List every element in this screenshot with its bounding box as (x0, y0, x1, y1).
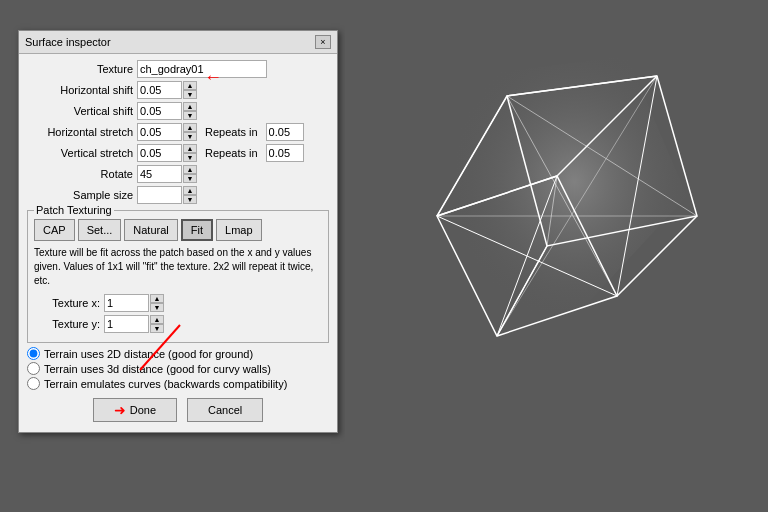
texture-x-down[interactable]: ▼ (150, 303, 164, 312)
h-shift-spinbtns: ▲ ▼ (183, 81, 197, 99)
v-shift-input[interactable] (137, 102, 182, 120)
texture-x-spin: ▲ ▼ (104, 294, 164, 312)
h-stretch-up[interactable]: ▲ (183, 123, 197, 132)
v-shift-spinbtns: ▲ ▼ (183, 102, 197, 120)
fit-button[interactable]: Fit (181, 219, 213, 241)
texture-y-spinbtns: ▲ ▼ (150, 315, 164, 333)
h-shift-label: Horizontal shift (27, 84, 137, 96)
group-legend: Patch Texturing (34, 204, 114, 216)
v-stretch-down[interactable]: ▼ (183, 153, 197, 162)
h-stretch-down[interactable]: ▼ (183, 132, 197, 141)
sample-label: Sample size (27, 189, 137, 201)
cap-button[interactable]: CAP (34, 219, 75, 241)
rotate-row: Rotate ▲ ▼ (27, 165, 329, 183)
dialog-body: Texture Horizontal shift ▲ ▼ Vertical sh… (19, 54, 337, 432)
sample-down[interactable]: ▼ (183, 195, 197, 204)
h-shift-row: Horizontal shift ▲ ▼ (27, 81, 329, 99)
viewport (345, 0, 768, 512)
rotate-spin: ▲ ▼ (137, 165, 197, 183)
done-button[interactable]: ➜ Done (93, 398, 177, 422)
h-stretch-input[interactable] (137, 123, 182, 141)
v-shift-up[interactable]: ▲ (183, 102, 197, 111)
texture-x-row: Texture x: ▲ ▼ (34, 294, 322, 312)
set-button[interactable]: Set... (78, 219, 122, 241)
v-stretch-up[interactable]: ▲ (183, 144, 197, 153)
v-stretch-row: Vertical stretch ▲ ▼ Repeats in (27, 144, 329, 162)
radio2-label: Terrain uses 3d distance (good for curvy… (44, 363, 271, 375)
sample-row: Sample size ▲ ▼ (27, 186, 329, 204)
rotate-input[interactable] (137, 165, 182, 183)
texture-y-input[interactable] (104, 315, 149, 333)
radio1-label: Terrain uses 2D distance (good for groun… (44, 348, 253, 360)
radio1-row: Terrain uses 2D distance (good for groun… (27, 347, 329, 360)
hint-text: Texture will be fit across the patch bas… (34, 246, 322, 288)
v-shift-row: Vertical shift ▲ ▼ (27, 102, 329, 120)
radio1-input[interactable] (27, 347, 40, 360)
rotate-spinbtns: ▲ ▼ (183, 165, 197, 183)
done-label: Done (130, 404, 156, 416)
h-stretch-spin: ▲ ▼ (137, 123, 197, 141)
texture-x-up[interactable]: ▲ (150, 294, 164, 303)
texture-y-label: Texture y: (34, 318, 104, 330)
texture-x-input[interactable] (104, 294, 149, 312)
h-stretch-row: Horizontal stretch ▲ ▼ Repeats in (27, 123, 329, 141)
done-arrow-icon: ➜ (114, 402, 126, 418)
texture-input[interactable] (137, 60, 267, 78)
repeats-v-label: Repeats in (205, 147, 262, 159)
repeats-h-label: Repeats in (205, 126, 262, 138)
radio3-row: Terrain emulates curves (backwards compa… (27, 377, 329, 390)
texture-x-label: Texture x: (34, 297, 104, 309)
texture-label: Texture (27, 63, 137, 75)
v-shift-down[interactable]: ▼ (183, 111, 197, 120)
radio3-input[interactable] (27, 377, 40, 390)
sample-input[interactable] (137, 186, 182, 204)
h-stretch-spinbtns: ▲ ▼ (183, 123, 197, 141)
cancel-button[interactable]: Cancel (187, 398, 263, 422)
texture-y-up[interactable]: ▲ (150, 315, 164, 324)
repeats-h-input[interactable] (266, 123, 304, 141)
h-stretch-label: Horizontal stretch (27, 126, 137, 138)
natural-button[interactable]: Natural (124, 219, 177, 241)
lmap-button[interactable]: Lmap (216, 219, 262, 241)
v-stretch-spinbtns: ▲ ▼ (183, 144, 197, 162)
patch-texturing-group: Patch Texturing CAP Set... Natural Fit L… (27, 210, 329, 343)
dialog-titlebar: Surface inspector × (19, 31, 337, 54)
v-stretch-spin: ▲ ▼ (137, 144, 197, 162)
texture-row: Texture (27, 60, 329, 78)
texture-y-spin: ▲ ▼ (104, 315, 164, 333)
h-shift-up[interactable]: ▲ (183, 81, 197, 90)
texture-y-row: Texture y: ▲ ▼ (34, 315, 322, 333)
texture-y-down[interactable]: ▼ (150, 324, 164, 333)
v-shift-spin: ▲ ▼ (137, 102, 197, 120)
v-stretch-input[interactable] (137, 144, 182, 162)
rotate-up[interactable]: ▲ (183, 165, 197, 174)
repeats-v-input[interactable] (266, 144, 304, 162)
v-shift-label: Vertical shift (27, 105, 137, 117)
sample-spinbtns: ▲ ▼ (183, 186, 197, 204)
dialog-title: Surface inspector (25, 36, 111, 48)
radio2-row: Terrain uses 3d distance (good for curvy… (27, 362, 329, 375)
h-shift-input[interactable] (137, 81, 182, 99)
sample-spin: ▲ ▼ (137, 186, 197, 204)
rotate-down[interactable]: ▼ (183, 174, 197, 183)
radio3-label: Terrain emulates curves (backwards compa… (44, 378, 287, 390)
bottom-buttons: ➜ Done Cancel (27, 398, 329, 422)
h-shift-down[interactable]: ▼ (183, 90, 197, 99)
radio2-input[interactable] (27, 362, 40, 375)
rotate-label: Rotate (27, 168, 137, 180)
h-shift-spin: ▲ ▼ (137, 81, 197, 99)
sample-up[interactable]: ▲ (183, 186, 197, 195)
v-stretch-label: Vertical stretch (27, 147, 137, 159)
wireframe-3d (357, 16, 757, 496)
texture-x-spinbtns: ▲ ▼ (150, 294, 164, 312)
close-button[interactable]: × (315, 35, 331, 49)
patch-buttons-row: CAP Set... Natural Fit Lmap (34, 219, 322, 241)
surface-inspector-dialog: Surface inspector × Texture Horizontal s… (18, 30, 338, 433)
